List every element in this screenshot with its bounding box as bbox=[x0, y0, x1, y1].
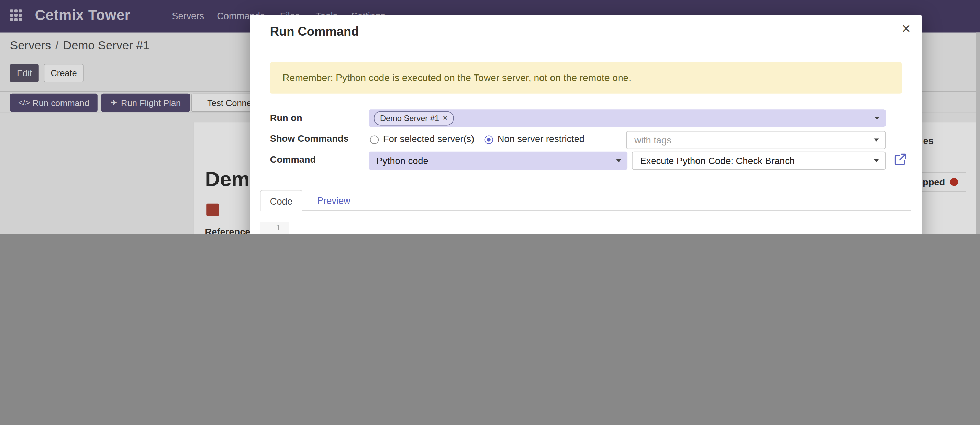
radio-non-restricted[interactable] bbox=[485, 135, 493, 144]
tabs-divider bbox=[260, 211, 911, 211]
radio-selected-servers-label[interactable]: For selected server(s) bbox=[383, 133, 474, 144]
tab-preview[interactable]: Preview bbox=[310, 190, 357, 211]
chevron-down-icon bbox=[875, 116, 880, 119]
label-command: Command bbox=[270, 154, 316, 165]
code-text: if {{ branch }}: bbox=[289, 233, 911, 234]
run-on-select[interactable]: Demo Server #1 × bbox=[369, 109, 886, 127]
chevron-down-icon bbox=[874, 159, 879, 162]
command-value: Execute Python Code: Check Branch bbox=[633, 155, 874, 166]
code-editor[interactable]: 12▾if {{ branch }}:3 COMMAND_RESULT={"ex… bbox=[260, 222, 911, 234]
tag-remove-icon[interactable]: × bbox=[443, 114, 447, 122]
tags-filter-select[interactable]: with tags bbox=[627, 131, 886, 149]
run-command-modal: Run Command × Remember: Python code is e… bbox=[250, 15, 922, 234]
server-tag: Demo Server #1 × bbox=[374, 111, 453, 125]
command-type-value: Python code bbox=[369, 155, 616, 166]
radio-non-restricted-label[interactable]: Non server restricted bbox=[498, 133, 584, 144]
radio-selected-servers[interactable] bbox=[370, 135, 379, 144]
fold-arrow-icon[interactable]: ▾ bbox=[285, 233, 288, 234]
label-show-commands: Show Commands bbox=[270, 133, 349, 143]
close-icon[interactable]: × bbox=[902, 21, 911, 36]
code-text bbox=[289, 222, 911, 233]
code-line[interactable]: 2▾if {{ branch }}: bbox=[260, 233, 911, 234]
server-tag-label: Demo Server #1 bbox=[380, 113, 439, 122]
command-select[interactable]: Execute Python Code: Check Branch bbox=[632, 152, 886, 170]
modal-title: Run Command bbox=[270, 24, 359, 39]
tags-filter-placeholder: with tags bbox=[627, 135, 873, 146]
chevron-down-icon bbox=[874, 139, 879, 142]
external-link-icon[interactable] bbox=[894, 153, 907, 166]
label-run-on: Run on bbox=[270, 112, 302, 123]
command-type-select[interactable]: Python code bbox=[369, 152, 627, 170]
line-number: 1 bbox=[260, 222, 289, 233]
tab-code[interactable]: Code bbox=[260, 190, 303, 212]
app-root: Cetmix Tower Servers Commands Files Tool… bbox=[0, 0, 980, 234]
python-warning-alert: Remember: Python code is executed on the… bbox=[270, 62, 902, 94]
chevron-down-icon bbox=[616, 159, 621, 162]
code-line[interactable]: 1 bbox=[260, 222, 911, 233]
line-number: 2▾ bbox=[260, 233, 289, 234]
